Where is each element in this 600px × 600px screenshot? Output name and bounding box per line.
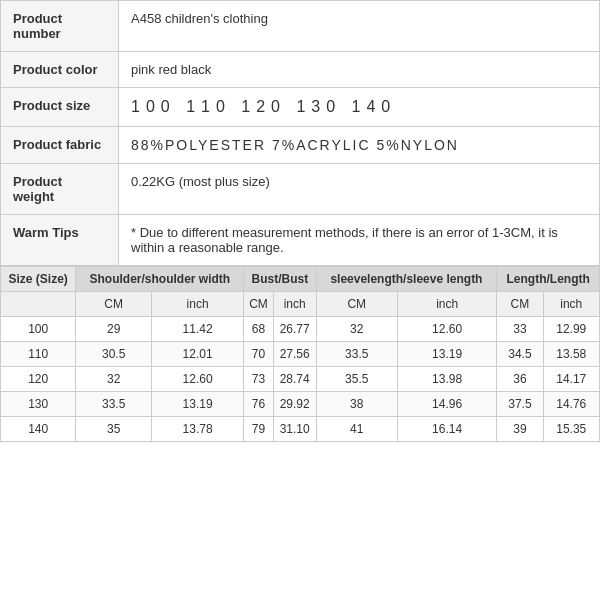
size-cell-0-0: 100 [1, 317, 76, 342]
info-value-4: 0.22KG (most plus size) [119, 164, 600, 215]
size-cell-1-8: 13.58 [543, 342, 599, 367]
size-cell-4-0: 140 [1, 417, 76, 442]
col-group-1: Shoulder/shoulder width [76, 267, 244, 292]
size-cell-2-5: 35.5 [316, 367, 397, 392]
size-cell-2-2: 12.60 [151, 367, 243, 392]
size-cell-4-5: 41 [316, 417, 397, 442]
size-row-2: 1203212.607328.7435.513.983614.17 [1, 367, 600, 392]
size-row-4: 1403513.787931.104116.143915.35 [1, 417, 600, 442]
info-value-1: pink red black [119, 52, 600, 88]
col-group-2: Bust/Bust [244, 267, 316, 292]
size-cell-1-2: 12.01 [151, 342, 243, 367]
size-cell-1-5: 33.5 [316, 342, 397, 367]
size-cell-1-0: 110 [1, 342, 76, 367]
info-value-0: A458 children's clothing [119, 1, 600, 52]
size-cell-4-6: 16.14 [397, 417, 496, 442]
size-cell-1-6: 13.19 [397, 342, 496, 367]
size-cell-2-7: 36 [497, 367, 543, 392]
info-label-0: Product number [1, 1, 119, 52]
size-row-3: 13033.513.197629.923814.9637.514.76 [1, 392, 600, 417]
col-group-0: Size (Size) [1, 267, 76, 292]
sub-header-7: CM [497, 292, 543, 317]
size-cell-0-2: 11.42 [151, 317, 243, 342]
size-cell-2-3: 73 [244, 367, 274, 392]
sub-header-5: CM [316, 292, 397, 317]
size-cell-4-7: 39 [497, 417, 543, 442]
size-cell-1-4: 27.56 [273, 342, 316, 367]
info-label-1: Product color [1, 52, 119, 88]
size-cell-0-5: 32 [316, 317, 397, 342]
size-cell-0-7: 33 [497, 317, 543, 342]
size-cell-3-6: 14.96 [397, 392, 496, 417]
info-label-2: Product size [1, 88, 119, 127]
info-label-5: Warm Tips [1, 215, 119, 266]
info-value-3: 88%POLYESTER 7%ACRYLIC 5%NYLON [119, 127, 600, 164]
size-cell-3-7: 37.5 [497, 392, 543, 417]
size-cell-4-4: 31.10 [273, 417, 316, 442]
size-cell-0-3: 68 [244, 317, 274, 342]
size-cell-4-8: 15.35 [543, 417, 599, 442]
size-cell-3-0: 130 [1, 392, 76, 417]
size-cell-3-4: 29.92 [273, 392, 316, 417]
col-group-4: Length/Length [497, 267, 600, 292]
size-cell-1-1: 30.5 [76, 342, 152, 367]
sub-header-0 [1, 292, 76, 317]
size-cell-3-3: 76 [244, 392, 274, 417]
size-cell-4-3: 79 [244, 417, 274, 442]
size-cell-0-1: 29 [76, 317, 152, 342]
size-cell-2-0: 120 [1, 367, 76, 392]
sub-header-3: CM [244, 292, 274, 317]
size-cell-4-1: 35 [76, 417, 152, 442]
size-cell-0-8: 12.99 [543, 317, 599, 342]
size-cell-2-8: 14.17 [543, 367, 599, 392]
sub-header-8: inch [543, 292, 599, 317]
info-label-3: Product fabric [1, 127, 119, 164]
sub-header-6: inch [397, 292, 496, 317]
size-cell-3-5: 38 [316, 392, 397, 417]
info-value-5: * Due to different measurement methods, … [119, 215, 600, 266]
size-cell-2-1: 32 [76, 367, 152, 392]
size-cell-0-6: 12.60 [397, 317, 496, 342]
sub-header-2: inch [151, 292, 243, 317]
size-cell-2-4: 28.74 [273, 367, 316, 392]
product-info-table: Product numberA458 children's clothingPr… [0, 0, 600, 266]
info-value-2: 100 110 120 130 140 [119, 88, 600, 127]
size-row-0: 1002911.426826.773212.603312.99 [1, 317, 600, 342]
size-cell-1-3: 70 [244, 342, 274, 367]
size-measurement-table: Size (Size)Shoulder/shoulder widthBust/B… [0, 266, 600, 442]
col-group-3: sleevelength/sleeve length [316, 267, 497, 292]
size-cell-3-2: 13.19 [151, 392, 243, 417]
size-row-1: 11030.512.017027.5633.513.1934.513.58 [1, 342, 600, 367]
size-cell-3-1: 33.5 [76, 392, 152, 417]
size-cell-4-2: 13.78 [151, 417, 243, 442]
sub-header-1: CM [76, 292, 152, 317]
info-label-4: Product weight [1, 164, 119, 215]
size-cell-2-6: 13.98 [397, 367, 496, 392]
size-cell-0-4: 26.77 [273, 317, 316, 342]
sub-header-4: inch [273, 292, 316, 317]
size-cell-1-7: 34.5 [497, 342, 543, 367]
size-cell-3-8: 14.76 [543, 392, 599, 417]
